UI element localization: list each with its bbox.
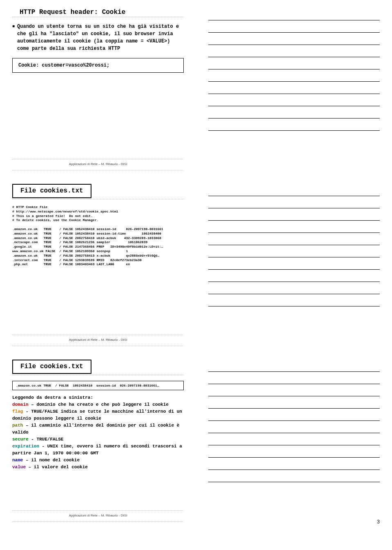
- legend-row: secure - TRUE/FALSE: [12, 436, 184, 443]
- title-divider: [12, 199, 184, 199]
- note-line: [208, 270, 380, 282]
- code-box: Cookie: customer=vasco%20rossi;: [12, 58, 184, 73]
- note-line: [208, 106, 380, 118]
- legend-key: domain: [12, 402, 29, 407]
- slide-1: HTTP Request header: Cookie ■ Quando un …: [0, 0, 196, 176]
- note-line: [208, 433, 380, 445]
- legend-key: expiration: [12, 444, 39, 449]
- note-line: [208, 445, 380, 458]
- footer-divider-b: [12, 170, 184, 170]
- slide-footer: Applicazioni di Rete – M. Ribaudo - DISI: [12, 161, 184, 170]
- note-line: [208, 396, 380, 409]
- legend-text: – dominio che ha creato e che può legger…: [29, 402, 169, 407]
- slide-title-container: File cookies.txt: [12, 184, 184, 198]
- note-line: [208, 118, 380, 131]
- note-line: [208, 257, 380, 270]
- legend-text: – il valore del cookie: [26, 465, 88, 470]
- note-line: [208, 372, 380, 384]
- slide-3: File cookies.txt .amazon.co.uk TRUE / FA…: [0, 351, 196, 527]
- slide-title-container: File cookies.txt: [12, 360, 184, 374]
- legend-row: domain – dominio che ha creato e che può…: [12, 401, 184, 408]
- page-number: 3: [377, 519, 380, 525]
- note-line: [208, 409, 380, 421]
- note-line: [208, 8, 380, 20]
- footer-divider-b: [12, 521, 184, 522]
- legend-intro: Leggendo da destra a sinistra:: [12, 394, 184, 401]
- cookie-file-content: # HTTP Cookie File # http://www.netscape…: [12, 205, 184, 267]
- note-line: [208, 45, 380, 57]
- slide-footer: Applicazioni di Rete – M. Ribaudo - DISI: [12, 512, 184, 521]
- note-line: [208, 233, 380, 245]
- note-line: [208, 184, 380, 196]
- title-divider: [12, 375, 184, 375]
- slide-row-3: File cookies.txt .amazon.co.uk TRUE / FA…: [0, 351, 392, 527]
- note-line: [208, 57, 380, 69]
- note-line: [208, 458, 380, 470]
- legend-key: value: [12, 465, 26, 470]
- slide-row-1: HTTP Request header: Cookie ■ Quando un …: [0, 0, 392, 176]
- bullet-icon: ■: [12, 23, 15, 52]
- code-line-box: .amazon.co.uk TRUE / FALSE 1052438410 se…: [12, 381, 184, 390]
- legend-text: - TRUE/FALSE: [29, 437, 64, 442]
- footer-divider-b: [12, 346, 184, 346]
- note-line: [208, 221, 380, 233]
- bullet-text: Quando un utente torna su un sito che ha…: [17, 23, 184, 52]
- title-divider: [12, 17, 184, 17]
- footer-divider-a: [12, 510, 184, 511]
- footer-divider-a: [12, 159, 184, 159]
- legend-row: value – il valore del cookie: [12, 464, 184, 471]
- legend-row: expiration - UNIX time, ovvero il numero…: [12, 443, 184, 457]
- legend-key: flag: [12, 409, 23, 414]
- slide-title-container: HTTP Request header: Cookie: [12, 8, 184, 16]
- note-line: [208, 294, 380, 306]
- slide-title: File cookies.txt: [20, 363, 83, 370]
- legend-row: path – il camminio all'interno del domin…: [12, 422, 184, 436]
- legend-key: path: [12, 423, 23, 428]
- notes-col-2: [196, 176, 392, 351]
- note-line: [208, 208, 380, 221]
- note-line: [208, 384, 380, 396]
- legend-row: flag - TRUE/FALSE indica se tutte le mac…: [12, 408, 184, 422]
- note-line: [208, 82, 380, 94]
- slide-row-2: File cookies.txt # HTTP Cookie File # ht…: [0, 176, 392, 351]
- note-line: [208, 20, 380, 33]
- note-line: [208, 470, 380, 482]
- note-line: [208, 196, 380, 208]
- legend-text: – il nome del cookie: [23, 458, 80, 463]
- slide-2: File cookies.txt # HTTP Cookie File # ht…: [0, 176, 196, 351]
- legend-text: – il camminio all'interno del dominio pe…: [12, 423, 179, 435]
- slide-title: File cookies.txt: [20, 187, 83, 195]
- legend-text: - TRUE/FALSE indica se tutte le macchine…: [12, 409, 182, 421]
- note-line: [208, 245, 380, 257]
- note-line: [208, 69, 380, 82]
- note-line: [208, 421, 380, 433]
- legend-key: name: [12, 458, 23, 463]
- legend-block: Leggendo da destra a sinistra: domain – …: [12, 394, 184, 471]
- bullet-item: ■ Quando un utente torna su un sito che …: [12, 23, 184, 52]
- legend-row: name – il nome del cookie: [12, 457, 184, 464]
- legend-key: secure: [12, 437, 29, 442]
- note-line: [208, 94, 380, 106]
- slide-footer: Applicazioni di Rete – M. Ribaudo - DISI: [12, 336, 184, 346]
- slide-title: HTTP Request header: Cookie: [12, 9, 125, 16]
- notes-col-1: [196, 0, 392, 176]
- note-line: [208, 33, 380, 45]
- note-line: [208, 360, 380, 372]
- footer-divider-a: [12, 335, 184, 335]
- note-line: [208, 282, 380, 294]
- notes-col-3: [196, 351, 392, 527]
